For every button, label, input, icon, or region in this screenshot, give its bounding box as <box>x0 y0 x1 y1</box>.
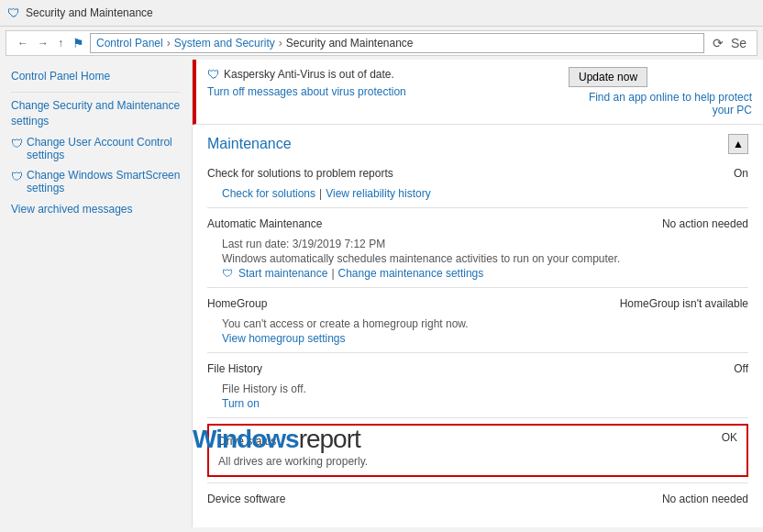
homegroup-row: HomeGroup HomeGroup isn't available <box>207 294 748 314</box>
solutions-sep: | <box>319 187 322 200</box>
notification-title-text: Kaspersky Anti-Virus is out of date. <box>224 68 394 81</box>
breadcrumb-sep-1: › <box>167 37 171 50</box>
find-app-link[interactable]: Find an app online to help protect your … <box>569 91 752 116</box>
section-title: Maintenance <box>207 136 292 152</box>
device-software-label: Device software <box>207 493 285 505</box>
notification-turn-off-link[interactable]: Turn off messages about virus protection <box>207 85 406 98</box>
uac-shield-icon: 🛡 <box>11 137 23 150</box>
expand-button[interactable]: ▲ <box>728 134 748 154</box>
auto-maintenance-status: No action needed <box>662 217 748 230</box>
maintenance-sep: | <box>331 267 334 280</box>
smartscreen-shield-icon: 🛡 <box>11 170 23 183</box>
drive-status-detail: All drives are working properly. <box>218 455 368 468</box>
main-container: Control Panel Home Change Security and M… <box>0 60 763 527</box>
nav-buttons: ← → ↑ <box>14 35 67 51</box>
sidebar: Control Panel Home Change Security and M… <box>0 60 193 527</box>
notification-right: Update now Find an app online to help pr… <box>569 67 752 116</box>
homegroup-details: You can't access or create a homegroup r… <box>207 317 748 345</box>
title-bar-text: Security and Maintenance <box>26 6 153 19</box>
auto-maintenance-label: Automatic Maintenance <box>207 217 322 230</box>
flag-icon: ⚑ <box>72 36 84 50</box>
sidebar-view-archived[interactable]: View archived messages <box>11 202 181 217</box>
file-history-detail-0: File History is off. <box>222 382 748 395</box>
address-right-buttons: ⟳ Se <box>710 35 749 51</box>
file-history-label: File History <box>207 362 262 375</box>
file-history-turn-on-link[interactable]: Turn on <box>222 397 260 410</box>
sidebar-uac-label: Change User Account Control settings <box>27 136 181 161</box>
back-button[interactable]: ← <box>14 35 32 51</box>
maintenance-section: Maintenance ▲ Check for solutions to pro… <box>193 125 763 522</box>
file-history-row: File History Off <box>207 359 748 379</box>
auto-maintenance-row: Automatic Maintenance No action needed <box>207 214 748 234</box>
file-history-details: File History is off. Turn on <box>207 382 748 410</box>
drive-status-left: Drive status All drives are working prop… <box>218 431 368 470</box>
notif-shield-icon: 🛡 <box>207 67 220 82</box>
forward-button[interactable]: → <box>34 35 52 51</box>
solutions-status: On <box>734 167 748 180</box>
refresh-button[interactable]: ⟳ <box>710 35 726 51</box>
change-maintenance-settings-link[interactable]: Change maintenance settings <box>338 267 484 280</box>
drive-status-label: Drive status <box>218 435 276 448</box>
breadcrumb-bar: Control Panel › System and Security › Se… <box>90 33 704 53</box>
drive-status-ok: OK <box>722 431 737 444</box>
auto-maintenance-details: Last run date: 3/19/2019 7:12 PM Windows… <box>207 238 748 280</box>
device-software-status: No action needed <box>662 493 748 505</box>
solutions-row: Check for solutions to problem reports O… <box>207 163 748 183</box>
up-button[interactable]: ↑ <box>54 35 67 51</box>
view-reliability-link[interactable]: View reliability history <box>326 187 431 200</box>
homegroup-links: View homegroup settings <box>222 332 748 345</box>
update-now-button[interactable]: Update now <box>569 67 647 87</box>
sidebar-smartscreen-label: Change Windows SmartScreen settings <box>27 169 181 194</box>
title-bar: 🛡 Security and Maintenance <box>0 0 763 27</box>
search-button[interactable]: Se <box>728 35 749 51</box>
notification-left: 🛡 Kaspersky Anti-Virus is out of date. T… <box>207 67 569 98</box>
solutions-label: Check for solutions to problem reports <box>207 167 393 180</box>
notification-title: 🛡 Kaspersky Anti-Virus is out of date. <box>207 67 569 82</box>
homegroup-detail-0: You can't access or create a homegroup r… <box>222 317 748 330</box>
auto-maintenance-detail-0: Last run date: 3/19/2019 7:12 PM <box>222 238 748 250</box>
auto-maintenance-links: 🛡 Start maintenance | Change maintenance… <box>222 267 748 280</box>
content-area: 🛡 Kaspersky Anti-Virus is out of date. T… <box>193 60 763 527</box>
breadcrumb-system-security[interactable]: System and Security <box>174 37 275 50</box>
maintenance-shield-icon: 🛡 <box>222 267 233 280</box>
section-header: Maintenance ▲ <box>207 134 748 154</box>
title-bar-icon: 🛡 <box>7 6 20 20</box>
homegroup-status: HomeGroup isn't available <box>620 297 748 310</box>
check-solutions-link[interactable]: Check for solutions <box>222 187 315 200</box>
sidebar-change-uac[interactable]: 🛡 Change User Account Control settings <box>11 136 181 161</box>
homegroup-label: HomeGroup <box>207 297 267 310</box>
view-homegroup-link[interactable]: View homegroup settings <box>222 332 346 345</box>
solutions-links: Check for solutions | View reliability h… <box>207 187 748 200</box>
start-maintenance-link[interactable]: Start maintenance <box>238 267 327 280</box>
file-history-links: Turn on <box>222 397 748 410</box>
breadcrumb-sep-2: › <box>279 37 282 50</box>
address-bar: ← → ↑ ⚑ Control Panel › System and Secur… <box>6 30 757 56</box>
sidebar-home-link[interactable]: Control Panel Home <box>11 69 181 84</box>
breadcrumb-control-panel[interactable]: Control Panel <box>96 37 163 50</box>
breadcrumb-current: Security and Maintenance <box>286 37 414 50</box>
device-software-row: Device software No action needed <box>207 489 748 509</box>
sidebar-change-security[interactable]: Change Security and Maintenance settings <box>11 98 181 129</box>
drive-status-box: Drive status All drives are working prop… <box>207 424 748 477</box>
notification-bar: 🛡 Kaspersky Anti-Virus is out of date. T… <box>193 60 763 125</box>
auto-maintenance-detail-1: Windows automatically schedules maintena… <box>222 252 748 265</box>
sidebar-change-smartscreen[interactable]: 🛡 Change Windows SmartScreen settings <box>11 169 181 194</box>
file-history-status: Off <box>734 362 748 375</box>
drive-status-row: Drive status <box>218 431 368 451</box>
